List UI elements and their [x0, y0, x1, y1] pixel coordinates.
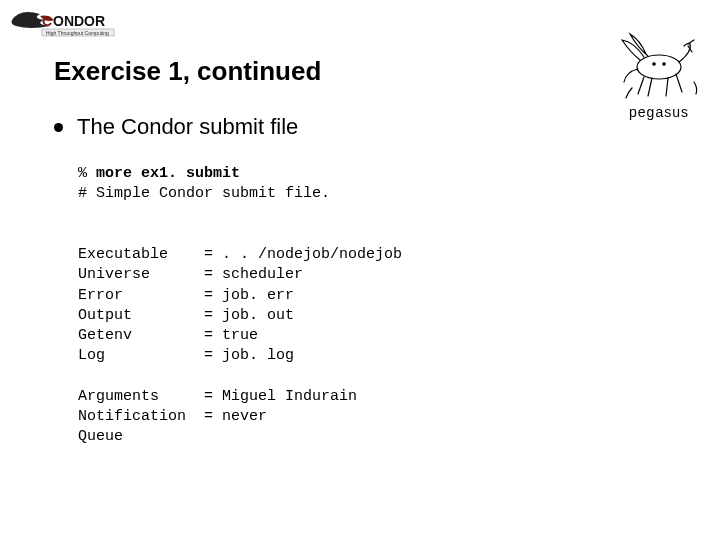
slide-title: Exercise 1, continued — [54, 56, 321, 87]
svg-text:ONDOR: ONDOR — [53, 13, 105, 29]
pegasus-icon — [604, 22, 714, 102]
svg-text:C: C — [42, 13, 52, 29]
svg-rect-4 — [604, 22, 714, 102]
code-block: % more ex1. submit # Simple Condor submi… — [78, 164, 402, 448]
bullet-dot-icon — [54, 123, 63, 132]
prompt: % — [78, 165, 96, 182]
bullet-item: The Condor submit file — [54, 114, 298, 140]
condor-logo-icon: C ONDOR High Throughput Computing — [10, 6, 120, 42]
svg-text:High Throughput Computing: High Throughput Computing — [46, 30, 109, 36]
shell-command: more ex1. submit — [96, 165, 240, 182]
code-body: Executable = . . /nodejob/nodejob Univer… — [78, 246, 402, 445]
svg-point-6 — [653, 63, 655, 65]
bullet-text: The Condor submit file — [77, 114, 298, 139]
pegasus-caption: pegasus — [604, 104, 714, 120]
code-comment: # Simple Condor submit file. — [78, 185, 330, 202]
pegasus-logo: pegasus — [604, 22, 714, 120]
svg-point-7 — [663, 63, 665, 65]
